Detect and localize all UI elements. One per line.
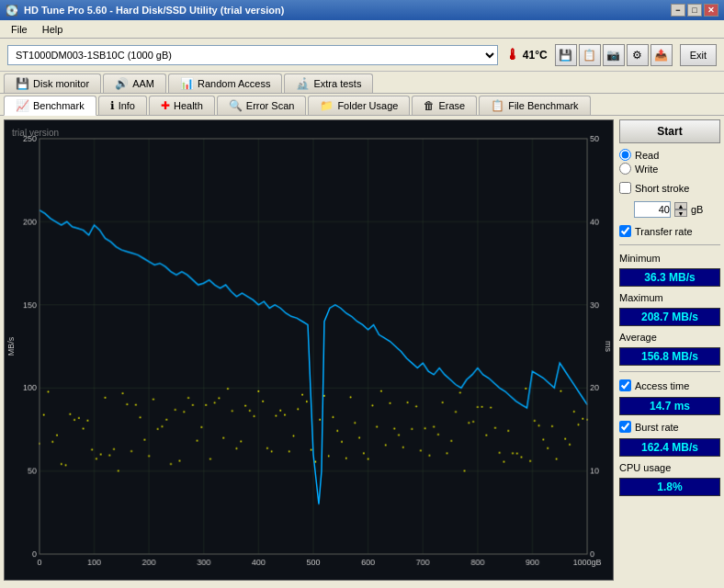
burst-rate-checkbox[interactable] xyxy=(619,421,631,433)
disk-copy-button[interactable]: 📋 xyxy=(579,44,601,66)
tab-error-scan[interactable]: 🔍 Error Scan xyxy=(217,96,307,115)
minimum-value: 36.3 MB/s xyxy=(619,268,720,287)
disk-info-button[interactable]: 💾 xyxy=(555,44,577,66)
tab-error-scan-label: Error Scan xyxy=(246,100,295,111)
minimize-button[interactable]: − xyxy=(671,4,685,17)
titlebar: 💽 HD Tune Pro 5.60 - Hard Disk/SSD Utili… xyxy=(0,0,724,20)
error-scan-icon: 🔍 xyxy=(229,99,243,112)
screenshot-button[interactable]: 📷 xyxy=(603,44,625,66)
watermark: trial version xyxy=(12,128,59,138)
average-label: Average xyxy=(619,332,720,343)
read-radio-row: Read xyxy=(619,149,720,161)
tabs-row2: 📈 Benchmark ℹ Info ✚ Health 🔍 Error Scan… xyxy=(0,94,724,116)
temperature-display: 🌡 41°C xyxy=(505,47,548,63)
random-access-icon: 📊 xyxy=(180,77,194,90)
file-benchmark-icon: 📋 xyxy=(491,99,504,112)
start-button[interactable]: Start xyxy=(619,119,720,143)
tab-random-access-label: Random Access xyxy=(198,78,270,89)
tab-folder-usage[interactable]: 📁 Folder Usage xyxy=(308,96,410,115)
access-time-checkbox[interactable] xyxy=(619,379,631,391)
tab-random-access[interactable]: 📊 Random Access xyxy=(168,74,282,93)
tab-info-label: Info xyxy=(119,100,135,111)
file-menu[interactable]: File xyxy=(4,22,35,37)
cpu-usage-label: CPU usage xyxy=(619,462,720,473)
read-radio[interactable] xyxy=(619,149,631,161)
access-time-label: Access time xyxy=(635,380,689,391)
thermometer-icon: 🌡 xyxy=(505,47,520,63)
tab-erase-label: Erase xyxy=(438,100,465,111)
tab-folder-usage-label: Folder Usage xyxy=(337,100,398,111)
app-icon: 💽 xyxy=(6,5,18,17)
tab-health[interactable]: ✚ Health xyxy=(149,96,215,115)
tab-extra-tests-label: Extra tests xyxy=(313,78,361,89)
maximize-button[interactable]: □ xyxy=(687,4,702,17)
menubar: File Help xyxy=(0,20,724,39)
minimum-label: Minimum xyxy=(619,253,720,264)
erase-icon: 🗑 xyxy=(424,99,435,112)
tab-file-benchmark[interactable]: 📋 File Benchmark xyxy=(479,96,590,115)
burst-rate-label: Burst rate xyxy=(635,422,679,433)
short-stroke-input[interactable] xyxy=(634,201,671,218)
transfer-rate-label: Transfer rate xyxy=(635,226,693,237)
disk-monitor-icon: 💾 xyxy=(16,77,29,90)
tab-aam[interactable]: 🔊 AAM xyxy=(103,74,166,93)
aam-icon: 🔊 xyxy=(115,77,129,90)
tab-benchmark-label: Benchmark xyxy=(33,100,85,111)
extra-tests-icon: 🔬 xyxy=(296,77,310,90)
burst-rate-row: Burst rate xyxy=(619,421,720,433)
drive-selector[interactable]: ST1000DM003-1SB10C (1000 gB) xyxy=(7,45,498,65)
tab-benchmark[interactable]: 📈 Benchmark xyxy=(4,96,96,116)
window-title: HD Tune Pro 5.60 - Hard Disk/SSD Utility… xyxy=(24,5,669,16)
right-panel: Start Read Write Short stroke ▲ ▼ gB xyxy=(619,119,720,581)
spin-buttons: ▲ ▼ xyxy=(674,202,687,217)
transfer-rate-checkbox[interactable] xyxy=(619,225,631,237)
tab-file-benchmark-label: File Benchmark xyxy=(508,100,578,111)
temperature-value: 41°C xyxy=(523,49,548,62)
access-time-row: Access time xyxy=(619,379,720,391)
read-label: Read xyxy=(635,150,659,161)
chart-canvas xyxy=(5,120,613,580)
write-label: Write xyxy=(635,164,658,175)
toolbar-icons: 💾 📋 📷 ⚙ 📤 xyxy=(555,44,673,66)
exit-button[interactable]: Exit xyxy=(680,44,717,66)
read-write-group: Read Write xyxy=(619,147,720,176)
short-stroke-row: Short stroke xyxy=(619,182,720,194)
divider2 xyxy=(619,371,720,372)
spin-up-button[interactable]: ▲ xyxy=(674,202,687,209)
info-icon: ℹ xyxy=(110,99,115,112)
tab-disk-monitor-label: Disk monitor xyxy=(33,78,89,89)
short-stroke-label: Short stroke xyxy=(635,183,689,194)
tab-erase[interactable]: 🗑 Erase xyxy=(412,96,477,115)
divider1 xyxy=(619,244,720,245)
main-content: trial version Start Read Write Short str… xyxy=(0,116,724,584)
tabs-row1: 💾 Disk monitor 🔊 AAM 📊 Random Access 🔬 E… xyxy=(0,72,724,94)
write-radio[interactable] xyxy=(619,163,631,175)
short-stroke-unit: gB xyxy=(691,204,703,215)
transfer-rate-row: Transfer rate xyxy=(619,225,720,237)
drivebar: ST1000DM003-1SB10C (1000 gB) 🌡 41°C 💾 📋 … xyxy=(0,39,724,72)
benchmark-icon: 📈 xyxy=(16,99,29,112)
close-button[interactable]: ✕ xyxy=(704,4,718,17)
maximum-value: 208.7 MB/s xyxy=(619,308,720,326)
write-radio-row: Write xyxy=(619,163,720,175)
settings-button[interactable]: ⚙ xyxy=(627,44,649,66)
folder-usage-icon: 📁 xyxy=(320,99,334,112)
cpu-usage-value: 1.8% xyxy=(619,478,720,496)
tab-extra-tests[interactable]: 🔬 Extra tests xyxy=(284,74,373,93)
tab-health-label: Health xyxy=(174,100,203,111)
health-icon: ✚ xyxy=(161,99,170,112)
burst-rate-value: 162.4 MB/s xyxy=(619,438,720,457)
benchmark-chart: trial version xyxy=(4,119,614,581)
tab-disk-monitor[interactable]: 💾 Disk monitor xyxy=(4,74,101,93)
short-stroke-checkbox[interactable] xyxy=(619,182,631,194)
short-stroke-value-row: ▲ ▼ gB xyxy=(619,201,720,218)
maximum-label: Maximum xyxy=(619,292,720,303)
help-menu[interactable]: Help xyxy=(35,22,71,37)
export-button[interactable]: 📤 xyxy=(650,44,673,66)
tab-info[interactable]: ℹ Info xyxy=(98,96,147,115)
average-value: 156.8 MB/s xyxy=(619,347,720,366)
access-time-value: 14.7 ms xyxy=(619,397,720,415)
spin-down-button[interactable]: ▼ xyxy=(674,209,687,217)
tab-aam-label: AAM xyxy=(132,78,154,89)
